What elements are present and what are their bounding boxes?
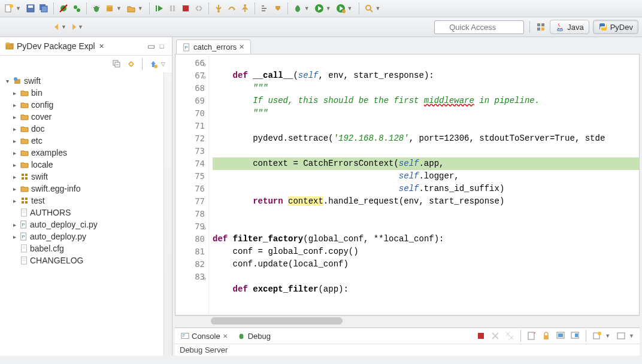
console-display-icon[interactable] [570,330,580,341]
maximize-icon[interactable]: □ [156,41,167,51]
package-icon[interactable] [104,3,115,14]
tree-item[interactable]: ▸test [1,195,172,207]
tree-item[interactable]: AUTHORS [1,207,172,219]
svg-rect-46 [22,174,24,176]
tab-console[interactable]: Console ✕ [178,330,230,342]
svg-point-72 [239,334,243,339]
drop-frame-icon[interactable] [272,3,283,14]
svg-rect-34 [541,23,544,26]
editor-tab-catch-errors[interactable]: P catch_errors ✕ [176,40,251,54]
console-new-icon[interactable] [592,330,602,341]
svg-rect-15 [156,5,157,11]
svg-rect-21 [262,5,264,7]
tree-item[interactable]: ▸locale [1,159,172,171]
save-icon[interactable] [25,3,36,14]
tree-item[interactable]: CHANGELOG [1,254,172,266]
save-all-icon[interactable] [38,3,49,14]
code-editor[interactable]: 66⊖ 67⊖ 68 69 70 71 72 73 74 75 76 77 78… [175,54,640,316]
svg-rect-82 [544,335,549,339]
quick-access-input[interactable] [434,20,524,34]
code-body[interactable]: def __call__(self, env, start_response):… [209,54,639,315]
console-panel: Console ✕ Debug ▼ [175,327,640,356]
step-return-icon[interactable] [240,3,250,14]
svg-point-45 [14,77,17,81]
svg-point-29 [366,5,371,10]
minimize-icon[interactable]: ▭ [146,41,156,51]
tree-scrollbar[interactable] [163,72,172,356]
disconnect-icon[interactable] [193,3,204,14]
tree-item[interactable]: ▸swift.egg-info [1,183,172,195]
stop-icon[interactable] [180,3,191,14]
package-tree[interactable]: ▾ swift ▸bin▸config▸cover▸doc▸etc▸exampl… [0,72,172,356]
collapse-all-icon[interactable] [111,59,122,69]
run-last-icon[interactable] [335,3,346,14]
console-remove-icon[interactable] [490,330,501,341]
tree-item[interactable]: ▸cover [1,111,172,123]
filter-icon[interactable] [148,59,159,69]
close-tab-icon[interactable]: ✕ [239,43,244,51]
view-title: PyDev Package Expl ✕ [5,41,146,51]
perspective-pydev[interactable]: PyDev [593,20,638,34]
manage-bp-icon[interactable] [71,3,82,14]
step-filter-icon[interactable] [259,3,270,14]
tree-item[interactable]: ▸config [1,99,172,111]
console-scroll-lock-icon[interactable] [541,330,552,341]
close-console-icon[interactable]: ✕ [223,333,228,339]
console-body[interactable]: Debug Server [175,344,640,356]
new-icon[interactable] [4,3,14,14]
svg-rect-23 [262,10,265,11]
console-open-icon[interactable] [616,330,626,341]
debug-icon[interactable] [292,3,303,14]
view-menu-icon[interactable]: ▽ [161,61,165,67]
perspective-java[interactable]: Java [550,20,589,34]
tree-item[interactable]: ▸Pauto_deploy.py [1,230,172,242]
svg-rect-39 [6,43,10,44]
tree-item[interactable]: ▸doc [1,123,172,135]
svg-rect-14 [107,5,113,7]
svg-rect-53 [25,201,28,204]
search-icon[interactable] [364,3,374,14]
line-gutter[interactable]: 66⊖ 67⊖ 68 69 70 71 72 73 74 75 76 77 78… [175,54,209,315]
tree-item[interactable]: ▸etc [1,135,172,147]
open-perspective-icon[interactable] [535,22,546,32]
editor-hscroll[interactable] [175,316,640,325]
dropdown-icon[interactable]: ▼ [16,5,21,11]
step-into-icon[interactable] [213,3,224,14]
breakpoint-skip-icon[interactable] [58,3,69,14]
svg-rect-47 [25,174,28,176]
svg-text:P: P [22,222,25,228]
tab-debug[interactable]: Debug [235,330,273,342]
tree-item[interactable]: ▸examples [1,147,172,159]
run-icon[interactable] [314,3,325,14]
pause-icon[interactable] [167,3,178,14]
tree-item[interactable]: babel.cfg [1,242,172,254]
tree-item[interactable]: ▸bin [1,87,172,99]
tree-item[interactable]: ▸Pauto_deploy_ci.py [1,219,172,230]
svg-rect-13 [107,7,113,11]
svg-text:P: P [22,234,25,239]
svg-rect-3 [28,5,33,8]
step-over-icon[interactable] [226,3,237,14]
resume-icon[interactable] [154,3,165,14]
tree-root[interactable]: ▾ swift [1,75,172,87]
svg-line-30 [370,10,373,12]
quick-access[interactable] [434,20,524,34]
close-view-icon[interactable]: ✕ [99,43,104,50]
console-stop-icon[interactable] [476,330,486,341]
console-pin-icon[interactable] [555,330,566,341]
svg-rect-18 [183,5,189,11]
svg-rect-5 [41,6,47,12]
tree-item[interactable]: ▸swift [1,171,172,183]
svg-rect-86 [575,333,578,337]
console-clear-icon[interactable] [526,330,537,341]
svg-text:P: P [185,44,188,50]
console-removeall-icon[interactable] [504,330,515,341]
svg-point-20 [244,4,246,7]
bug-icon[interactable] [91,3,102,14]
svg-point-37 [557,29,563,31]
package-explorer-view: PyDev Package Expl ✕ ▭ □ ▽ ▾ swift ▸bin▸… [0,37,172,356]
link-editor-icon[interactable] [126,59,137,69]
open-icon[interactable] [126,3,137,14]
svg-rect-80 [528,332,534,339]
svg-rect-49 [25,177,28,180]
